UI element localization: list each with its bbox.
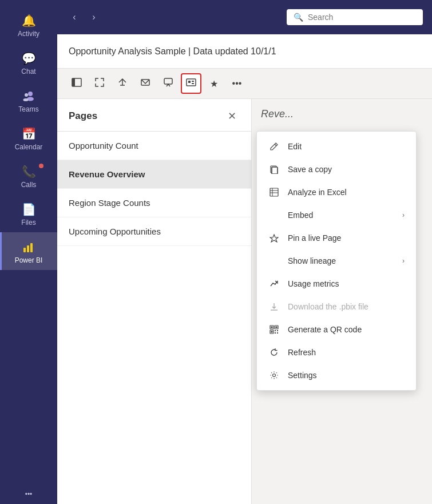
main-content: ‹ › 🔍 Opportunity Analysis Sample | Data… <box>57 0 432 504</box>
more-button[interactable]: ••• <box>227 73 247 94</box>
dropdown-menu: Edit Save a copy <box>256 131 417 391</box>
fit-icon <box>94 77 105 90</box>
annotation-icon <box>163 77 173 90</box>
report-preview-label: Reve... <box>261 108 294 120</box>
embed-label: Embed <box>288 211 394 220</box>
embed-icon <box>186 77 196 90</box>
menu-item-show-lineage[interactable]: Show lineage › <box>257 249 416 272</box>
usage-metrics-icon <box>268 278 280 289</box>
svg-rect-31 <box>275 332 276 334</box>
refresh-label: Refresh <box>288 348 405 357</box>
edit-icon <box>268 141 280 152</box>
calendar-icon: 📅 <box>22 127 35 141</box>
sidebar-item-powerbi-label: Power BI <box>15 256 43 264</box>
embed-button[interactable] <box>181 73 201 94</box>
sidebar-item-powerbi[interactable]: Power BI <box>0 232 57 270</box>
close-pages-button[interactable]: ✕ <box>224 108 240 124</box>
menu-item-edit[interactable]: Edit <box>257 135 416 158</box>
page-item-opportunity-count[interactable]: Opportunity Count <box>57 132 251 160</box>
svg-rect-4 <box>23 248 26 252</box>
pages-panel: Pages ✕ Opportunity Count Revenue Overvi… <box>57 99 252 504</box>
sidebar-item-activity[interactable]: 🔔 Activity <box>0 6 57 43</box>
lineage-chevron: › <box>402 257 405 265</box>
sidebar-item-teams-label: Teams <box>18 105 38 113</box>
activity-icon: 🔔 <box>22 14 35 27</box>
qr-code-label: Generate a QR code <box>288 325 405 334</box>
svg-rect-28 <box>271 331 273 333</box>
sidebar-more-button[interactable]: ••• <box>0 482 57 504</box>
save-copy-icon <box>268 164 280 175</box>
svg-point-33 <box>273 374 276 377</box>
search-box[interactable]: 🔍 <box>287 9 423 25</box>
email-button[interactable] <box>135 73 156 94</box>
menu-item-settings[interactable]: Settings <box>257 364 416 387</box>
pin-live-label: Pin a live Page <box>288 233 405 243</box>
analyze-excel-icon <box>268 186 280 198</box>
email-icon <box>140 77 150 90</box>
powerbi-icon <box>22 240 35 254</box>
svg-point-3 <box>23 98 29 101</box>
svg-rect-13 <box>192 81 194 82</box>
usage-metrics-label: Usage metrics <box>288 279 405 288</box>
refresh-icon <box>268 347 280 358</box>
svg-rect-29 <box>275 330 276 331</box>
svg-rect-18 <box>270 188 278 196</box>
sidebar-item-calls[interactable]: 📞 Calls <box>0 157 57 195</box>
svg-rect-14 <box>192 83 194 84</box>
svg-rect-6 <box>30 243 33 252</box>
download-icon <box>268 301 280 312</box>
svg-rect-10 <box>164 78 172 84</box>
menu-item-pin-live[interactable]: Pin a live Page <box>257 227 416 249</box>
qr-code-icon <box>268 324 280 335</box>
notification-dot <box>39 164 43 168</box>
menu-item-usage-metrics[interactable]: Usage metrics <box>257 272 416 295</box>
sidebar-item-files-label: Files <box>21 219 35 227</box>
sidebar-item-chat-label: Chat <box>21 68 35 76</box>
embed-menu-icon <box>268 209 280 221</box>
svg-rect-8 <box>72 78 75 86</box>
save-copy-label: Save a copy <box>288 165 405 174</box>
nav-arrows: ‹ › <box>66 9 102 25</box>
menu-item-embed[interactable]: Embed › <box>257 204 416 227</box>
pages-icon <box>72 77 82 90</box>
page-item-upcoming[interactable]: Upcoming Opportunities <box>57 217 251 246</box>
sidebar-item-chat[interactable]: 💬 Chat <box>0 43 57 81</box>
annotation-button[interactable] <box>158 73 179 94</box>
pages-panel-title: Pages <box>69 110 97 122</box>
page-item-region-stage[interactable]: Region Stage Counts <box>57 189 251 217</box>
analyze-excel-label: Analyze in Excel <box>288 188 405 197</box>
pages-button[interactable] <box>66 73 87 94</box>
more-label: ••• <box>25 490 33 498</box>
back-button[interactable]: ‹ <box>66 9 82 25</box>
share-button[interactable] <box>112 73 133 94</box>
svg-rect-12 <box>188 81 191 83</box>
bookmark-button[interactable]: ★ <box>204 73 224 94</box>
svg-rect-26 <box>276 327 278 328</box>
page-item-revenue-overview[interactable]: Revenue Overview <box>57 160 251 189</box>
menu-item-refresh[interactable]: Refresh <box>257 341 416 364</box>
svg-point-1 <box>25 93 28 97</box>
menu-item-save-copy[interactable]: Save a copy <box>257 158 416 181</box>
menu-item-download-pbix: Download the .pbix file <box>257 295 416 318</box>
sidebar-item-calendar[interactable]: 📅 Calendar <box>0 119 57 157</box>
sidebar-item-files[interactable]: 📄 Files <box>0 195 57 232</box>
sidebar-item-calendar-label: Calendar <box>15 143 43 151</box>
embed-chevron: › <box>402 211 405 219</box>
files-icon: 📄 <box>22 203 35 216</box>
sidebar-item-activity-label: Activity <box>18 30 39 38</box>
settings-label: Settings <box>288 371 405 380</box>
download-pbix-label: Download the .pbix file <box>288 302 405 311</box>
body-area: Pages ✕ Opportunity Count Revenue Overvi… <box>57 99 432 504</box>
svg-rect-16 <box>272 167 278 174</box>
topbar: ‹ › 🔍 <box>57 0 432 34</box>
forward-button[interactable]: › <box>86 9 102 25</box>
svg-rect-24 <box>271 327 273 328</box>
edit-label: Edit <box>288 142 405 151</box>
teams-icon <box>22 89 35 103</box>
sidebar-item-teams[interactable]: Teams <box>0 81 57 119</box>
menu-item-qr-code[interactable]: Generate a QR code <box>257 318 416 341</box>
menu-item-analyze-excel[interactable]: Analyze in Excel <box>257 181 416 204</box>
fit-button[interactable] <box>89 73 110 94</box>
search-input[interactable] <box>308 13 411 22</box>
sidebar: 🔔 Activity 💬 Chat Teams 📅 Calendar 📞 Cal… <box>0 0 57 504</box>
